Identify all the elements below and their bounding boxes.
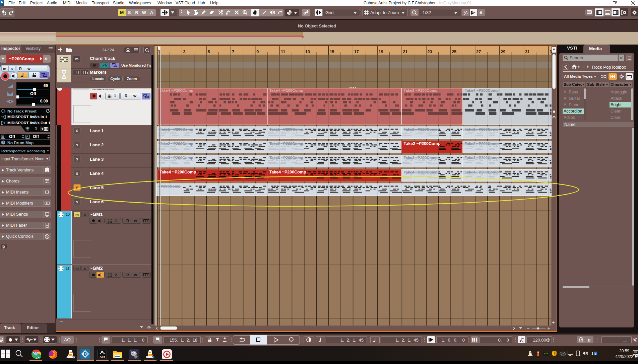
svg-text:Take2 ~P200Comp: Take2 ~P200Comp: [160, 142, 193, 146]
svg-text:23: 23: [428, 50, 432, 54]
svg-text:Take2 ~P200Comp: Take2 ~P200Comp: [269, 142, 303, 146]
svg-text:AIR: AIR: [100, 355, 105, 359]
svg-text:Take4 ~P200Comp: Take4 ~P200Comp: [465, 88, 499, 92]
svg-text:17: 17: [354, 50, 359, 54]
svg-text:Take1 ~P200Comp: Take1 ~P200Comp: [269, 127, 303, 131]
svg-text:1: 1: [158, 50, 161, 54]
svg-text:Take4 ~P200Comp: Take4 ~P200Comp: [269, 170, 306, 174]
svg-text:27: 27: [476, 50, 481, 54]
svg-text:21: 21: [403, 50, 408, 54]
svg-text:1: 1: [591, 352, 593, 356]
svg-text:Take4 ~P200Comp: Take4 ~P200Comp: [465, 170, 499, 174]
svg-text:5: 5: [207, 50, 210, 54]
svg-text:25: 25: [452, 50, 456, 54]
svg-text:Take4 ~P200Comp: Take4 ~P200Comp: [269, 88, 303, 92]
svg-text:13: 13: [305, 50, 310, 54]
svg-text:Take4 ~P200Comp: Take4 ~P200Comp: [160, 88, 193, 92]
svg-text:Take3 ~P200Comp: Take3 ~P200Comp: [269, 156, 303, 160]
svg-text:3: 3: [72, 355, 74, 359]
svg-text:29: 29: [501, 50, 505, 54]
svg-text:3: 3: [183, 50, 186, 54]
svg-text:Take2 ~P200Comp: Take2 ~P200Comp: [404, 141, 441, 146]
svg-text:~P200Comp: ~P200Comp: [158, 184, 181, 188]
svg-text:Take1 ~P200Comp: Take1 ~P200Comp: [160, 127, 193, 131]
svg-text:Take1 ~P200Comp: Take1 ~P200Comp: [465, 127, 499, 131]
svg-text:C: C: [38, 355, 40, 358]
svg-text:15: 15: [330, 50, 334, 54]
svg-text:Take2 ~P200Comp: Take2 ~P200Comp: [404, 88, 438, 92]
svg-text:!: !: [554, 352, 555, 356]
svg-text:Take3 ~P200Comp: Take3 ~P200Comp: [404, 156, 438, 160]
svg-text:Take3 ~P200Comp: Take3 ~P200Comp: [160, 156, 193, 160]
svg-text:Take3 ~P200Comp: Take3 ~P200Comp: [465, 156, 499, 160]
svg-text:Take1 ~P200Comp: Take1 ~P200Comp: [404, 127, 438, 131]
svg-text:11: 11: [281, 50, 285, 54]
svg-text:Take4 ~P200Comp: Take4 ~P200Comp: [404, 170, 438, 174]
svg-text:Take2 ~P200Comp: Take2 ~P200Comp: [465, 142, 499, 146]
svg-text:8: 8: [595, 352, 596, 355]
svg-text:31: 31: [525, 50, 530, 54]
svg-text:7: 7: [232, 50, 234, 54]
svg-text:3: 3: [152, 355, 154, 359]
svg-text:9: 9: [256, 50, 259, 54]
svg-text:19: 19: [379, 50, 383, 54]
svg-text:Take4 ~P200Comp: Take4 ~P200Comp: [160, 170, 196, 174]
